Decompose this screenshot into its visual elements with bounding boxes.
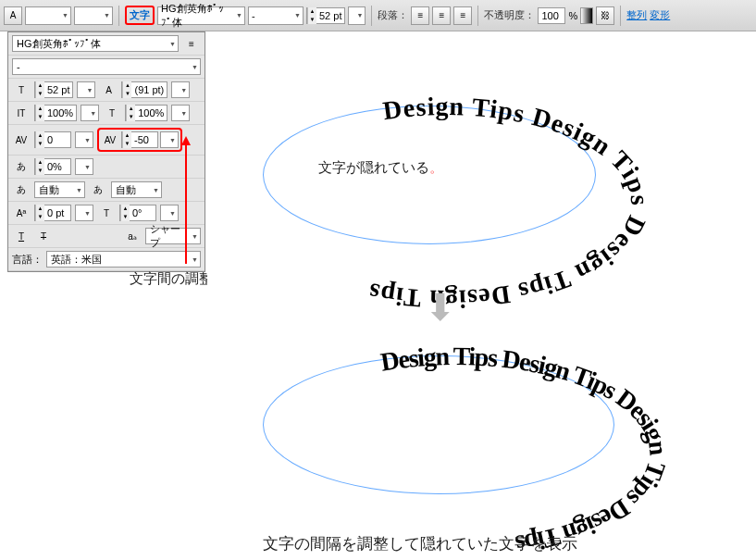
size-icon: T	[12, 81, 31, 98]
svg-text:Design Tips Design Tips Design: Design Tips Design Tips Design Tips Desi…	[366, 92, 654, 314]
font-family-value: HG創英角ﾎﾟｯﾌﾟ体	[161, 2, 231, 30]
align-link[interactable]: 整列	[626, 8, 647, 22]
align-center-icon[interactable]: ≡	[432, 6, 451, 25]
panel-size[interactable]: ▲▼52 pt	[34, 81, 73, 98]
baseline-shift-icon: Aª	[12, 205, 31, 221]
auto2-icon: あ	[89, 181, 107, 198]
red-arrow-annotation	[185, 139, 187, 264]
panel-language[interactable]: 英語：米国	[46, 251, 201, 268]
font-size-value: 52 pt	[316, 10, 344, 21]
strike-icon[interactable]: T	[34, 228, 53, 244]
opacity-label: 不透明度：	[484, 8, 535, 22]
vscale-dd[interactable]	[81, 105, 99, 121]
paragraph-label: 段落：	[378, 8, 408, 22]
preset2-dropdown[interactable]	[74, 6, 113, 25]
font-style-dropdown[interactable]: -	[248, 6, 304, 25]
font-style-value: -	[252, 10, 255, 21]
align-right-icon[interactable]: ≡	[453, 6, 472, 25]
character-tab-label[interactable]: 文字	[125, 6, 155, 25]
unknown-tool-icon[interactable]: A	[4, 6, 22, 25]
opacity-unit: %	[568, 10, 577, 21]
panel-hscale[interactable]: ▲▼100%	[125, 105, 167, 121]
panel-rotation[interactable]: ▲▼0°	[119, 205, 156, 221]
chain-icon[interactable]: ⛓	[596, 6, 614, 25]
hscale-icon: T	[103, 105, 121, 121]
panel-tracking[interactable]: ▲▼-50	[121, 131, 158, 148]
rot-dd[interactable]	[160, 205, 179, 221]
panel-antialias[interactable]: シャープ	[145, 228, 201, 244]
kerning-icon: AV	[12, 131, 31, 148]
vscale-icon: IT	[12, 105, 31, 121]
hscale-dd[interactable]	[171, 105, 190, 121]
font-family-dropdown[interactable]: HG創英角ﾎﾟｯﾌﾟ体	[157, 6, 245, 25]
control-toolbar: A 文字 HG創英角ﾎﾟｯﾌﾟ体 - ▲▼52 pt 段落： ≡ ≡ ≡ 不透明…	[0, 0, 756, 31]
panel-font-style[interactable]: -	[12, 58, 201, 75]
panel-baseline-pct[interactable]: ▲▼0%	[34, 158, 71, 175]
tracking-annotation: 文字間の調整	[130, 270, 213, 288]
size-dd[interactable]	[77, 81, 95, 98]
transform-link[interactable]: 変形	[650, 8, 670, 22]
preset-dropdown[interactable]	[25, 6, 71, 25]
panel-kerning[interactable]: ▲▼0	[34, 131, 71, 148]
panel-font-family[interactable]: HG創英角ﾎﾟｯﾌﾟ体	[12, 35, 179, 52]
leading-icon: A	[99, 81, 118, 98]
panel-auto2[interactable]: 自動	[111, 181, 162, 198]
bpct-dd[interactable]	[75, 158, 93, 175]
lang-label: 言語：	[12, 253, 43, 267]
panel-menu-icon[interactable]: ≡	[182, 35, 201, 52]
baseline-pct-icon: あ	[12, 158, 31, 175]
panel-baseline-shift[interactable]: ▲▼0 pt	[34, 205, 71, 221]
svg-text:Design Tips Design Tips Design: Design Tips Design Tips Design Tips Desi…	[378, 342, 673, 559]
panel-leading[interactable]: ▲▼(91 pt)	[121, 81, 167, 98]
auto1-icon: あ	[12, 181, 31, 198]
kerning-dd[interactable]	[75, 131, 93, 148]
rotation-icon: T	[97, 205, 116, 221]
aa-icon: aₐ	[123, 228, 142, 244]
hidden-text-label: 文字が隠れている。	[318, 159, 443, 177]
tracking-icon: AV	[101, 131, 119, 148]
panel-vscale[interactable]: ▲▼100%	[34, 105, 77, 121]
bshift-dd[interactable]	[75, 205, 93, 221]
opacity-stepper[interactable]: 100	[538, 7, 565, 24]
character-panel: HG創英角ﾎﾟｯﾌﾟ体 ≡ - T ▲▼52 pt A ▲▼(91 pt) IT…	[7, 31, 205, 272]
font-size-stepper[interactable]: ▲▼52 pt	[306, 7, 345, 24]
tracking-dd[interactable]	[160, 131, 179, 148]
tracking-highlight: AV ▲▼-50	[97, 128, 182, 152]
leading-dd[interactable]	[171, 81, 190, 98]
align-left-icon[interactable]: ≡	[411, 6, 429, 25]
opacity-value: 100	[539, 10, 564, 21]
opacity-slider-icon[interactable]	[580, 7, 593, 24]
text-on-path-after[interactable]: Design Tips Design Tips Design Tips Desi…	[233, 309, 650, 541]
bottom-annotation: 文字の間隔を調整して隠れていた文字を表示	[263, 533, 577, 554]
underline-icon[interactable]: T	[12, 228, 31, 244]
font-size-dd[interactable]	[348, 6, 366, 25]
canvas-area[interactable]: Design Tips Design Tips Design Tips Desi…	[207, 31, 756, 560]
panel-auto1[interactable]: 自動	[34, 181, 85, 198]
